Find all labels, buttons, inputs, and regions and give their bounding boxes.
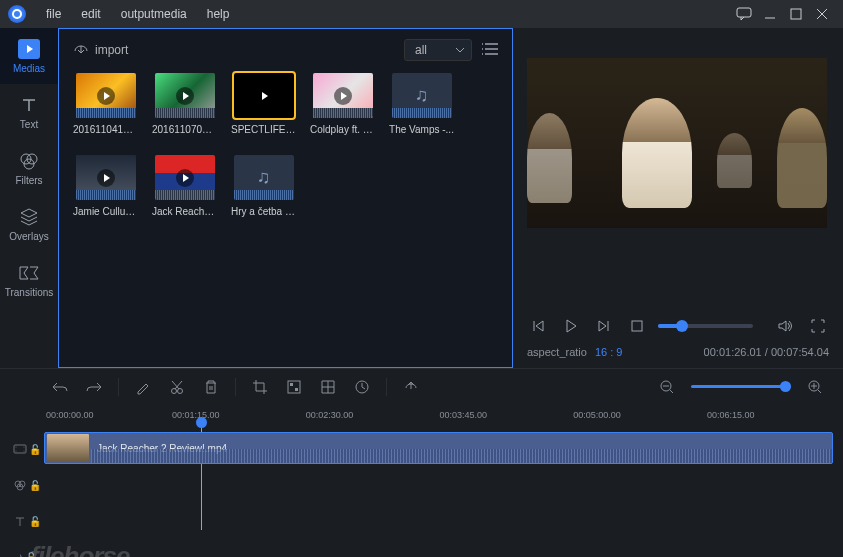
tab-label: Filters — [15, 175, 42, 186]
stop-button[interactable] — [625, 314, 648, 338]
ruler-tick: 00:02:30.00 — [306, 410, 354, 420]
fullscreen-button[interactable] — [806, 314, 829, 338]
redo-button[interactable] — [84, 377, 104, 397]
media-item[interactable]: SPECTLIFE m... — [231, 73, 296, 135]
mosaic-button[interactable] — [284, 377, 304, 397]
edit-button[interactable] — [133, 377, 153, 397]
tab-label: Transitions — [5, 287, 54, 298]
preview-controls: aspect_ratio 16 : 9 00:01:26.01 / 00:07:… — [527, 314, 829, 358]
duration-button[interactable] — [352, 377, 372, 397]
svg-point-10 — [178, 388, 183, 393]
media-toolbar: import all — [73, 39, 498, 61]
media-grid: 20161104100... 20161107092... SPECTLIFE … — [73, 73, 498, 217]
content-area: Medias Text Filters Overlays Transitions… — [0, 28, 843, 368]
tab-label: Overlays — [9, 231, 48, 242]
zoom-slider[interactable] — [691, 385, 791, 388]
svg-rect-17 — [14, 445, 26, 453]
transitions-icon — [18, 263, 40, 283]
audio-track-icon: ♪ — [17, 550, 23, 557]
video-track-icon — [13, 442, 27, 456]
tab-label: Medias — [13, 63, 45, 74]
grid-button[interactable] — [318, 377, 338, 397]
text-icon — [18, 95, 40, 115]
svg-point-19 — [16, 451, 17, 452]
media-item[interactable]: ♫ Hry a četba (... — [231, 155, 296, 217]
media-item-label: Jack Reacher... — [152, 206, 217, 217]
timeline-clip[interactable]: Jack Reacher 2 Review!.mp4 — [44, 432, 833, 464]
next-frame-button[interactable] — [593, 314, 616, 338]
svg-rect-8 — [632, 321, 642, 331]
tab-overlays[interactable]: Overlays — [0, 196, 58, 252]
preview-video[interactable] — [527, 58, 827, 228]
delete-button[interactable] — [201, 377, 221, 397]
menu-help[interactable]: help — [197, 7, 240, 21]
video-track: 🔓 Jack Reacher 2 Review!.mp4 — [10, 432, 833, 466]
import-icon — [73, 43, 89, 57]
ruler-tick: 00:03:45.00 — [440, 410, 488, 420]
vertical-tabs: Medias Text Filters Overlays Transitions — [0, 28, 58, 368]
cut-button[interactable] — [167, 377, 187, 397]
tab-filters[interactable]: Filters — [0, 140, 58, 196]
crop-button[interactable] — [250, 377, 270, 397]
time-display: 00:01:26.01 / 00:07:54.04 — [704, 346, 829, 358]
overlay-track: 🔓 — [10, 468, 833, 502]
svg-rect-12 — [290, 383, 293, 386]
media-item-label: Coldplay ft. C... — [310, 124, 375, 135]
menu-outputmedia[interactable]: outputmedia — [111, 7, 197, 21]
menu-edit[interactable]: edit — [71, 7, 110, 21]
prev-frame-button[interactable] — [527, 314, 550, 338]
timeline-ruler[interactable]: 00:00:00.00 00:01:15.00 00:02:30.00 00:0… — [46, 410, 833, 430]
media-item[interactable]: 20161107092... — [152, 73, 217, 135]
import-label: import — [95, 43, 128, 57]
svg-point-20 — [24, 447, 25, 448]
undo-button[interactable] — [50, 377, 70, 397]
minimize-button[interactable] — [757, 1, 783, 27]
close-button[interactable] — [809, 1, 835, 27]
app-logo — [8, 5, 26, 23]
lock-icon[interactable]: 🔓 — [29, 480, 41, 491]
media-item[interactable]: Coldplay ft. C... — [310, 73, 375, 135]
media-item-label: 20161104100... — [73, 124, 138, 135]
medias-icon — [18, 39, 40, 59]
svg-point-9 — [172, 388, 177, 393]
zoom-in-button[interactable] — [805, 377, 825, 397]
mute-button[interactable] — [773, 314, 796, 338]
tab-label: Text — [20, 119, 38, 130]
media-item[interactable]: Jamie Cullum... — [73, 155, 138, 217]
media-item[interactable]: ♫ The Vamps -... — [389, 73, 454, 135]
zoom-out-button[interactable] — [657, 377, 677, 397]
media-filter-select[interactable]: all — [404, 39, 472, 61]
menu-file[interactable]: file — [36, 7, 71, 21]
music-note-icon: ♫ — [257, 167, 271, 188]
filters-icon — [18, 151, 40, 171]
media-item[interactable]: 20161104100... — [73, 73, 138, 135]
feedback-icon[interactable] — [731, 1, 757, 27]
ruler-tick: 00:00:00.00 — [46, 410, 94, 420]
import-button[interactable]: import — [73, 43, 128, 57]
text-track: 🔓 — [10, 504, 833, 538]
aspect-ratio-value[interactable]: 16 : 9 — [595, 346, 623, 358]
media-item-label: 20161107092... — [152, 124, 217, 135]
play-button[interactable] — [560, 314, 583, 338]
export-button[interactable] — [401, 377, 421, 397]
svg-point-21 — [24, 451, 25, 452]
media-item[interactable]: Jack Reacher... — [152, 155, 217, 217]
lock-icon[interactable]: 🔓 — [29, 516, 41, 527]
svg-rect-0 — [737, 8, 751, 17]
ruler-tick: 00:01:15.00 — [172, 410, 220, 420]
list-view-toggle[interactable] — [482, 42, 498, 59]
overlays-icon — [18, 207, 40, 227]
lock-icon[interactable]: 🔓 — [29, 444, 41, 455]
tab-medias[interactable]: Medias — [0, 28, 58, 84]
aspect-ratio-label: aspect_ratio — [527, 346, 587, 358]
media-item-label: SPECTLIFE m... — [231, 124, 296, 135]
overlay-track-icon — [13, 478, 27, 492]
tab-transitions[interactable]: Transitions — [0, 252, 58, 308]
menubar: file edit outputmedia help — [0, 0, 843, 28]
maximize-button[interactable] — [783, 1, 809, 27]
timeline: 00:00:00.00 00:01:15.00 00:02:30.00 00:0… — [0, 404, 843, 557]
svg-rect-13 — [295, 388, 298, 391]
volume-slider[interactable] — [658, 324, 753, 328]
tab-text[interactable]: Text — [0, 84, 58, 140]
watermark: filehorse.com — [30, 541, 158, 557]
